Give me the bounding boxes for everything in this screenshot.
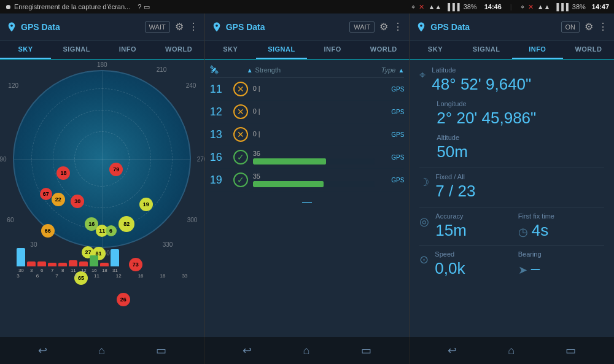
fix-icon-11: ✕ xyxy=(233,82,248,96)
panel-header-3: GPS Data ON ⚙ ⋮ xyxy=(410,14,614,41)
tab-sky-3[interactable]: SKY xyxy=(410,41,460,59)
home-button-1[interactable]: ⌂ xyxy=(98,344,105,357)
bar-6 xyxy=(37,261,46,266)
compass-270: 270 xyxy=(197,156,204,163)
bar-label-3: 3 xyxy=(30,268,33,273)
status-bar: ⏺ Enregistrement de la capture d'écran..… xyxy=(0,0,614,14)
tab-world-1[interactable]: WORLD xyxy=(154,41,204,59)
info-latitude: ⌖ Latitude 48° 52' 9,640" xyxy=(419,66,604,94)
sat-num-16: 16 xyxy=(210,151,228,164)
tab-sky-2[interactable]: SKY xyxy=(205,41,256,59)
signal-type-11: GPS xyxy=(379,86,404,93)
altitude-data: Altitude 50m xyxy=(419,134,604,161)
back-button-2[interactable]: ↩ xyxy=(243,344,252,357)
compass-330: 330 xyxy=(163,241,173,248)
bar-item-7: 7 xyxy=(48,263,56,273)
tab-signal-2[interactable]: SIGNAL xyxy=(256,41,307,59)
panel-signal: GPS Data WAIT ⚙ ⋮ SKY SIGNAL INFO WORLD … xyxy=(205,14,410,337)
bar-item-31: 31 xyxy=(111,249,119,273)
bearing-value: – xyxy=(531,259,540,278)
sat-79: 79 xyxy=(109,163,123,176)
sliders-icon-2[interactable]: ⚙ xyxy=(379,21,388,33)
strength-area-16: 36 xyxy=(253,150,375,165)
tab-sky-1[interactable]: SKY xyxy=(0,41,51,59)
panel-header-2: GPS Data WAIT ⚙ ⋮ xyxy=(205,14,410,41)
accuracy-value: 15m xyxy=(435,221,467,240)
sat-22: 22 xyxy=(52,193,65,206)
menu-icon-1[interactable]: ⋮ xyxy=(188,21,198,33)
recents-button-2[interactable]: ▭ xyxy=(361,344,371,357)
sat-82: 82 xyxy=(119,216,134,232)
info-bearing: Bearing ➤ – xyxy=(518,250,604,278)
sat-19: 19 xyxy=(139,198,153,211)
tabs-3: SKY SIGNAL INFO WORLD xyxy=(410,41,614,60)
back-button-3[interactable]: ↩ xyxy=(448,344,457,357)
type-sort-icon: ▲ xyxy=(398,67,404,74)
fix-icon-12: ✕ xyxy=(233,104,248,119)
panel-logo-1: GPS Data xyxy=(6,21,60,33)
back-button-1[interactable]: ↩ xyxy=(38,344,47,357)
info-altitude: Altitude 50m xyxy=(419,134,604,161)
accuracy-label: Accuracy xyxy=(435,212,467,220)
main-content: GPS Data WAIT ⚙ ⋮ SKY SIGNAL INFO WORLD … xyxy=(0,14,614,337)
panel-logo-3: GPS Data xyxy=(416,21,470,33)
tab-world-2[interactable]: WORLD xyxy=(358,41,409,59)
bar-label-16: 16 xyxy=(91,268,97,273)
fixed-value: 7 / 23 xyxy=(435,182,475,201)
on-button-3[interactable]: ON xyxy=(561,21,580,33)
signal-view: 🛰 ▲ Strength Type ▲ 11 ✕ xyxy=(205,60,410,337)
longitude-data: Longitude 2° 20' 45,986" xyxy=(419,100,604,128)
speed-bearing-row: ⊙ Speed 0,0k Bearing ➤ – xyxy=(419,250,604,278)
signal-bars-2: ▐▐▐ xyxy=(554,3,568,10)
status-time-2: 14:47 xyxy=(592,3,609,10)
panel-body-sky: 180 210 240 270 300 330 0/360 30 60 90 1… xyxy=(0,60,204,337)
recording-icon: ⏺ xyxy=(5,3,12,10)
menu-icon-3[interactable]: ⋮ xyxy=(598,21,608,33)
wait-button-1[interactable]: WAIT xyxy=(145,21,170,33)
recents-button-1[interactable]: ▭ xyxy=(156,344,166,357)
strength-text-16: 36 xyxy=(253,150,375,157)
signal-type-13: GPS xyxy=(379,131,404,138)
bar-12 xyxy=(79,261,88,266)
sliders-icon-3[interactable]: ⚙ xyxy=(585,21,593,33)
nav-section-3: ↩ ⌂ ▭ xyxy=(410,337,614,364)
tab-info-3[interactable]: INFO xyxy=(512,41,563,59)
longitude-label: Longitude xyxy=(437,100,604,107)
menu-icon-2[interactable]: ⋮ xyxy=(393,21,403,33)
tab-info-1[interactable]: INFO xyxy=(102,41,153,59)
bar-item-12: 12 xyxy=(79,261,88,273)
battery-text: 38% xyxy=(464,3,477,10)
fix-icon-16: ✓ xyxy=(233,150,248,165)
recents-button-3[interactable]: ▭ xyxy=(565,344,576,357)
speed-label: Speed xyxy=(435,250,465,258)
latitude-label: Latitude xyxy=(432,66,531,74)
tab-signal-3[interactable]: SIGNAL xyxy=(461,41,512,59)
home-button-2[interactable]: ⌂ xyxy=(303,344,310,357)
tab-signal-1[interactable]: SIGNAL xyxy=(51,41,102,59)
bar-axis: 3 6 7 8 11 12 16 18 33 xyxy=(13,273,191,279)
question-icon: ? xyxy=(138,3,141,10)
sat-6: 6 xyxy=(106,225,117,236)
home-button-3[interactable]: ⌂ xyxy=(508,344,515,357)
info-firstfix: First fix time ◷ 4s xyxy=(518,212,604,240)
wait-button-2[interactable]: WAIT xyxy=(349,21,375,33)
wifi-icon: ▲▲ xyxy=(428,3,441,10)
bar-8 xyxy=(58,263,67,266)
fix-icon-13: ✕ xyxy=(233,127,248,142)
accuracy-icon-row: ◎ Accuracy 15m xyxy=(419,212,505,240)
location-pin-icon: ⌖ xyxy=(419,69,426,82)
compass-90: 90 xyxy=(0,156,6,163)
sat-67: 67 xyxy=(40,188,52,200)
strength-text-11: 0 | xyxy=(253,85,375,92)
tab-world-3[interactable]: WORLD xyxy=(563,41,614,59)
sliders-icon-1[interactable]: ⚙ xyxy=(175,21,184,33)
bar-11 xyxy=(69,260,77,266)
firstfix-label: First fix time xyxy=(518,212,604,220)
divider-3 xyxy=(419,245,604,246)
signal-bar-fill-16 xyxy=(253,158,326,165)
bar-item-11: 11 xyxy=(69,260,77,273)
signal-cross-icon-2: ✕ xyxy=(528,3,534,11)
speedometer-icon: ⊙ xyxy=(419,253,429,266)
bar-item-8: 8 xyxy=(58,263,67,273)
tab-info-2[interactable]: INFO xyxy=(307,41,358,59)
